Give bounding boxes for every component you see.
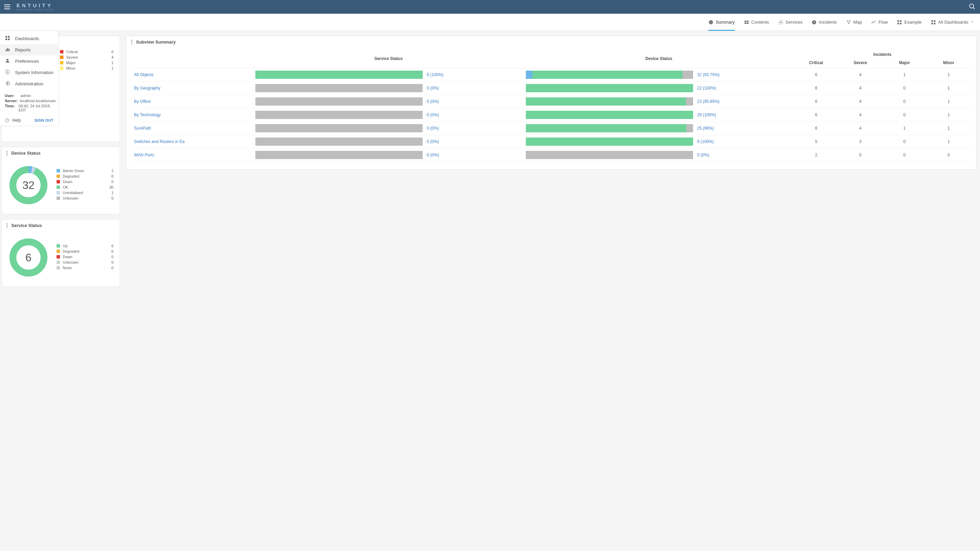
meta-time-value: 09:42, 24 Jul 2018, EDT [19,104,54,112]
legend-label: Critical [66,50,104,54]
legend-row: None0 [57,266,113,270]
row-name-link[interactable]: By Office [132,95,253,108]
summary-table: Service Status Device Status Incidents C… [132,49,971,162]
svg-rect-13 [931,20,933,22]
legend-swatch [57,191,60,194]
row-name-link[interactable]: By Technology [132,108,253,122]
card-drag-handle[interactable] [131,40,133,44]
svg-rect-18 [8,36,10,38]
row-name-link[interactable]: SurePath [132,122,253,135]
legend-label: Unknown [63,260,104,264]
svg-text:i: i [711,21,711,24]
card-drag-handle[interactable] [6,223,8,228]
nav-item-preferences[interactable]: Preferences [0,56,58,67]
svg-rect-17 [5,36,7,38]
nav-item-label: Dashboards [15,36,39,41]
legend-value: 0 [107,255,113,259]
col-device-status: Device Status [524,49,794,68]
cell-severe: 0 [838,148,882,162]
service-value: 0 (0%) [425,81,524,95]
dashboards-icon [5,35,10,42]
svg-rect-12 [900,22,902,24]
row-name-link[interactable]: By Geography [132,81,253,95]
svg-rect-16 [934,22,935,24]
tab-summary[interactable]: iSummary [708,14,735,30]
legend-value: 0 [107,260,113,264]
service-bar [253,122,425,135]
service-value: 0 (0%) [425,122,524,135]
search-button[interactable] [968,3,976,11]
svg-rect-10 [900,20,902,22]
tab-example[interactable]: Example [897,14,922,30]
tab-label: Services [786,19,803,25]
device-value: 28 (100%) [695,108,794,122]
brand-subtitle: NETWORK ANALYTICS [16,9,54,11]
device-bar [524,148,695,162]
row-name-link[interactable]: WAN Ports [132,148,253,162]
legend-swatch [57,266,60,269]
legend-swatch [57,244,60,248]
device-status-card: Device Status 32 Admin Down1Degraded0Dow… [2,147,120,214]
legend-value: 1 [107,61,113,65]
legend-row: Unknown0 [57,196,113,200]
legend-swatch [57,255,60,258]
legend-swatch [57,261,60,264]
legend-swatch [57,175,60,178]
cell-minor: 0 [926,148,971,162]
legend-row: Severe4 [60,55,113,59]
row-name-link[interactable]: Switches and Routers in Ea [132,135,253,148]
svg-rect-11 [897,22,899,24]
legend-value: 1 [107,66,113,70]
table-row: WAN Ports0 (0%)0 (0%)2000 [132,148,971,162]
col-major: Major [882,57,926,68]
topbar: ENTUITY NETWORK ANALYTICS [0,0,980,14]
col-severe: Severe [838,57,882,68]
row-name-link[interactable]: All Objects [132,68,253,81]
legend-label: Unknown [63,196,104,200]
help-icon: ? [5,118,10,123]
tab-contents[interactable]: Contents [744,14,769,30]
legend-label: Uninitialised [63,191,104,195]
signout-link[interactable]: SIGN OUT [34,118,54,123]
device-value: 25 (96%) [695,122,794,135]
brand-name: ENTUITY [16,3,54,8]
legend-swatch [60,61,64,64]
hamburger-menu-button[interactable] [4,5,10,9]
nav-item-dashboards[interactable]: Dashboards [0,33,58,44]
card-drag-handle[interactable] [6,151,8,155]
legend-value: 0 [107,196,113,200]
tab-map[interactable]: Map [846,14,862,30]
legend-swatch [57,250,60,253]
cell-severe: 3 [838,135,882,148]
help-link[interactable]: ? Help [5,118,21,123]
service-bar [253,135,425,148]
cell-critical: 6 [794,122,838,135]
col-minor: Minor [926,57,971,68]
tab-flow[interactable]: Flow [871,14,888,30]
legend-label: Minor [66,66,104,70]
tab-all-dashboards[interactable]: All Dashboards [931,14,974,30]
service-value: 6 (100%) [425,68,524,81]
cell-major: 1 [882,68,926,81]
device-donut-center: 32 [8,165,49,206]
legend-row: Minor1 [60,66,113,70]
tab-services[interactable]: Services [778,14,803,30]
system-information-icon [5,69,10,76]
legend-row: Degraded0 [57,174,113,178]
cell-major: 1 [882,122,926,135]
nav-item-administration[interactable]: Administration [0,78,58,89]
tab-incidents[interactable]: Incidents [811,14,837,30]
meta-user-value: admin [21,94,31,98]
legend-label: Major [66,61,104,65]
legend-row: Degraded0 [57,249,113,253]
device-value: 32 (93.75%) [695,68,794,81]
legend-label: None [63,266,104,270]
cell-major: 0 [882,108,926,122]
legend-label: OK [63,185,104,189]
nav-item-system-information[interactable]: System Information [0,67,58,78]
svg-text:?: ? [6,119,8,121]
nav-item-reports[interactable]: Reports [0,44,58,56]
meta-server-value: localhost.localdomain [20,99,56,103]
tabs-row: iSummaryContentsServicesIncidentsMapFlow… [0,14,980,31]
col-critical: Critical [794,57,838,68]
